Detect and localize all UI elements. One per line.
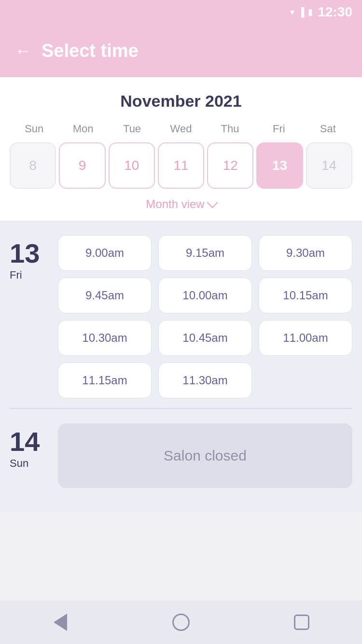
weekday-fri: Fri [254, 120, 303, 138]
slot-1100am[interactable]: 11.00am [259, 320, 352, 356]
nav-back-icon [54, 614, 67, 631]
nav-home-button[interactable] [169, 610, 193, 634]
time-section: 13 Fri 9.00am 9.15am 9.30am 9.45am 10.00… [0, 221, 362, 512]
nav-back-button[interactable] [48, 610, 72, 634]
calendar-day-8: 8 [10, 142, 56, 189]
slot-1130am[interactable]: 11.30am [158, 363, 252, 398]
calendar-days: 8 9 10 11 12 13 14 [10, 142, 352, 189]
day-13-number: 13 [10, 240, 40, 267]
day-13-label: 13 Fri [10, 235, 48, 398]
battery-icon: ▮ [308, 7, 313, 17]
calendar-weekdays: Sun Mon Tue Wed Thu Fri Sat [10, 120, 352, 138]
nav-home-icon [172, 614, 190, 631]
calendar-day-12[interactable]: 12 [207, 142, 253, 189]
weekday-sun: Sun [10, 120, 58, 138]
weekday-thu: Thu [206, 120, 254, 138]
wifi-icon: ▾ [290, 7, 294, 17]
status-icons: ▾ ▐ ▮ [290, 7, 313, 17]
calendar-day-10[interactable]: 10 [109, 142, 155, 189]
weekday-sat: Sat [304, 120, 352, 138]
nav-recent-button[interactable] [290, 610, 314, 634]
day-14-label: 14 Sun [10, 423, 48, 488]
section-divider [10, 408, 352, 409]
signal-icon: ▐ [298, 7, 305, 17]
weekday-wed: Wed [156, 120, 205, 138]
page-title: Select time [42, 41, 139, 61]
weekday-mon: Mon [58, 120, 107, 138]
month-view-label: Month view [146, 197, 204, 211]
calendar-day-14: 14 [306, 142, 352, 189]
slot-930am[interactable]: 9.30am [259, 235, 352, 271]
day-13-name: Fri [10, 269, 22, 281]
weekday-tue: Tue [108, 120, 156, 138]
status-bar: ▾ ▐ ▮ 12:30 [0, 0, 362, 24]
slot-900am[interactable]: 9.00am [58, 235, 152, 271]
slot-915am[interactable]: 9.15am [158, 235, 252, 271]
calendar-day-13[interactable]: 13 [256, 142, 303, 189]
status-time: 12:30 [318, 4, 352, 20]
calendar-day-11[interactable]: 11 [158, 142, 204, 189]
slot-1045am[interactable]: 10.45am [158, 320, 252, 356]
month-view-toggle[interactable]: Month view [10, 197, 352, 211]
day-14-number: 14 [10, 428, 40, 455]
slot-1000am[interactable]: 10.00am [158, 278, 252, 313]
day-14-block: 14 Sun Salon closed [10, 423, 352, 488]
salon-closed-banner: Salon closed [58, 423, 352, 488]
calendar-month-label: November 2021 [10, 92, 352, 111]
day-14-name: Sun [10, 457, 28, 470]
slot-945am[interactable]: 9.45am [58, 278, 152, 313]
bottom-nav [0, 601, 362, 644]
nav-square-icon [294, 615, 309, 630]
slot-1030am[interactable]: 10.30am [58, 320, 152, 356]
calendar-section: November 2021 Sun Mon Tue Wed Thu Fri Sa… [0, 77, 362, 221]
slot-1115am[interactable]: 11.15am [58, 363, 152, 398]
app-header: ← Select time [0, 24, 362, 77]
day-13-slots: 9.00am 9.15am 9.30am 9.45am 10.00am 10.1… [58, 235, 352, 398]
calendar-day-9[interactable]: 9 [59, 142, 105, 189]
chevron-down-icon [207, 197, 218, 209]
day-13-block: 13 Fri 9.00am 9.15am 9.30am 9.45am 10.00… [10, 235, 352, 398]
slot-1015am[interactable]: 10.15am [259, 278, 352, 313]
back-button[interactable]: ← [14, 42, 32, 59]
